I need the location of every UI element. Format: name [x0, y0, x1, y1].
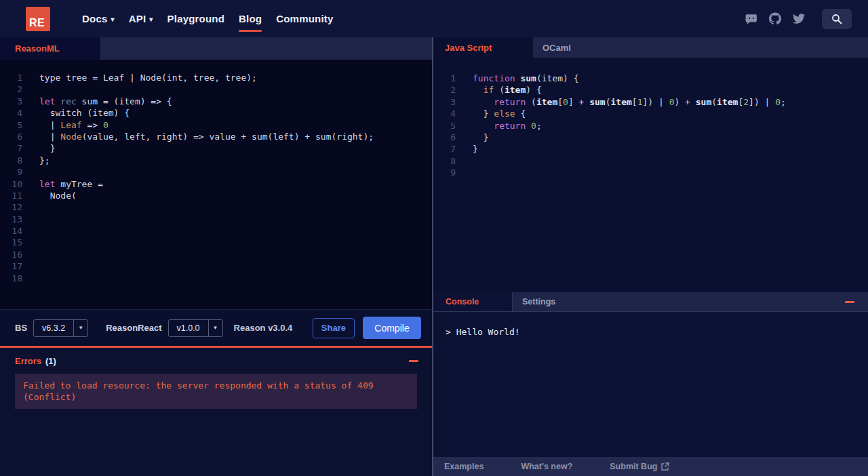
nav-item-community[interactable]: Community — [276, 10, 333, 27]
line-number: 8 — [0, 155, 22, 166]
nav-item-playground[interactable]: Playground — [167, 10, 225, 27]
footer-link-examples[interactable]: Examples — [444, 462, 484, 471]
left-panel: ReasonML 1type tree = Leaf | Node(int, t… — [0, 37, 433, 476]
console-output[interactable]: > Hello World! — [433, 312, 868, 457]
reason-version-label: Reason v3.0.4 — [234, 323, 293, 333]
footer-link-what-s-new[interactable]: What's new? — [521, 462, 572, 471]
code-text — [22, 225, 39, 237]
chevron-down-icon: ▾ — [111, 16, 114, 23]
code-line: 6 } — [433, 132, 868, 143]
code-text — [22, 214, 39, 225]
bs-version-select[interactable]: v6.3.2 ▼ — [33, 319, 88, 337]
output-tabbar: Java ScriptOCaml — [433, 37, 868, 58]
line-number: 4 — [0, 107, 22, 119]
code-line: 2 — [0, 83, 432, 95]
bs-label: BS — [15, 323, 27, 333]
line-number: 9 — [0, 166, 22, 178]
code-line: 1function sum(item) { — [433, 73, 868, 84]
line-number: 3 — [433, 96, 456, 108]
line-number: 7 — [0, 142, 22, 154]
line-number: 6 — [433, 132, 456, 143]
code-line: 17 — [0, 260, 432, 272]
line-number: 12 — [0, 201, 22, 213]
error-message: Failed to load resource: the server resp… — [15, 374, 417, 409]
console-tab-console[interactable]: Console — [433, 292, 513, 311]
line-number: 1 — [433, 73, 456, 84]
code-line: 4 switch (item) { — [0, 107, 432, 119]
nav-item-api[interactable]: API▾ — [129, 10, 153, 27]
output-tab-ocaml[interactable]: OCaml — [533, 37, 580, 58]
code-text: | Node(value, left, right) => value + su… — [22, 131, 374, 142]
line-number: 11 — [0, 190, 22, 201]
share-button[interactable]: Share — [313, 318, 355, 338]
code-text: } else { — [456, 108, 526, 119]
footer-link-label: Examples — [444, 462, 484, 471]
github-icon[interactable] — [769, 13, 781, 25]
code-text — [22, 273, 39, 284]
code-text: if (item) { — [456, 84, 542, 96]
nav-item-label: Docs — [82, 13, 107, 24]
external-link-icon — [661, 462, 669, 471]
errors-count: (1) — [45, 356, 56, 366]
logo-text: RE — [29, 17, 45, 29]
code-text: type tree = Leaf | Node(int, tree, tree)… — [22, 72, 257, 83]
line-number: 10 — [0, 178, 22, 190]
code-text: function sum(item) { — [456, 73, 579, 84]
line-number: 14 — [0, 225, 22, 237]
console-tab-settings[interactable]: Settings — [513, 292, 555, 311]
code-line: 11 Node( — [0, 190, 432, 201]
twitter-icon[interactable] — [793, 13, 805, 25]
errors-header: Errors (1) — [0, 348, 432, 372]
collapse-console-icon[interactable] — [845, 301, 854, 303]
code-text: Node( — [22, 190, 77, 201]
code-line: 9 — [0, 166, 432, 178]
line-number: 3 — [0, 96, 22, 107]
bs-version-value: v6.3.2 — [34, 320, 73, 336]
code-line: 18 — [0, 273, 432, 284]
footer-link-submit-bug[interactable]: Submit Bug — [610, 462, 669, 471]
code-text — [22, 260, 39, 272]
js-editor[interactable]: 1function sum(item) {2 if (item) {3 retu… — [433, 58, 868, 292]
code-line: 10let myTree = — [0, 178, 432, 190]
line-number: 18 — [0, 273, 22, 284]
code-text: }; — [22, 155, 50, 166]
code-text — [456, 167, 473, 178]
reason-tabbar: ReasonML — [0, 37, 432, 60]
nav-item-label: API — [129, 13, 146, 24]
collapse-errors-icon[interactable] — [409, 360, 418, 362]
navbar: RE Docs▾API▾PlaygroundBlogCommunity — [0, 0, 868, 37]
nav-item-label: Blog — [239, 13, 262, 24]
discord-icon[interactable] — [745, 13, 757, 25]
reasonml-logo[interactable]: RE — [26, 7, 50, 31]
code-text: return 0; — [456, 120, 542, 132]
nav-item-docs[interactable]: Docs▾ — [82, 10, 115, 27]
footer-link-label: Submit Bug — [610, 462, 657, 471]
line-number: 16 — [0, 249, 22, 260]
code-line: 6 | Node(value, left, right) => value + … — [0, 131, 432, 142]
code-text — [22, 166, 39, 178]
code-line: 3 return (item[0] + sum(item[1]) | 0) + … — [433, 96, 868, 108]
errors-title: Errors — [15, 356, 41, 366]
reason-editor[interactable]: 1type tree = Leaf | Node(int, tree, tree… — [0, 60, 432, 309]
code-line: 8}; — [0, 155, 432, 166]
code-text: } — [456, 143, 478, 155]
code-line: 13 — [0, 214, 432, 225]
nav-item-blog[interactable]: Blog — [239, 10, 262, 27]
error-message-line: (Conflict) — [23, 391, 409, 403]
compile-button[interactable]: Compile — [363, 317, 421, 339]
code-text: } — [22, 142, 55, 154]
line-number: 17 — [0, 260, 22, 272]
code-line: 16 — [0, 249, 432, 260]
reasonreact-version-select[interactable]: v1.0.0 ▼ — [168, 319, 223, 337]
line-number: 2 — [0, 83, 22, 95]
code-line: 3let rec sum = (item) => { — [0, 96, 432, 107]
code-text — [456, 155, 473, 167]
editor-tab-reasonml[interactable]: ReasonML — [0, 37, 100, 60]
code-line: 4 } else { — [433, 108, 868, 119]
left-toolbar: BS v6.3.2 ▼ ReasonReact v1.0.0 ▼ Reason … — [0, 309, 432, 346]
console-header: ConsoleSettings — [433, 292, 868, 312]
output-tab-java-script[interactable]: Java Script — [433, 37, 533, 58]
search-button[interactable] — [822, 9, 852, 29]
code-text: return (item[0] + sum(item[1]) | 0) + su… — [456, 96, 786, 108]
line-number: 6 — [0, 131, 22, 142]
